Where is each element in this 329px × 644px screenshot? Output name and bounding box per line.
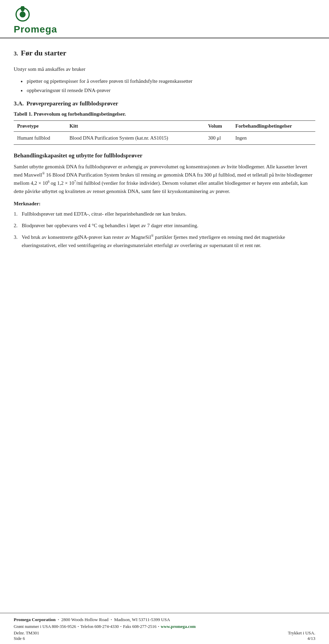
note-item-2: 2. Blodprøver bør oppbevares ved 4 °C og…	[14, 221, 315, 230]
footer-right: Trykket i USA. 4/13	[288, 630, 315, 641]
col-header-kit: Kitt	[66, 121, 205, 132]
col-header-volume: Volum	[205, 121, 232, 132]
cell-kit: Blood DNA Purification System (kat.nr. A…	[66, 132, 205, 145]
footer-printed: Trykket i USA.	[288, 630, 315, 635]
capacity-heading: Behandlingskapasitet og utbytte for full…	[14, 152, 315, 159]
subsection-title: Prøvepreparering av fullblodsprøver	[26, 100, 118, 107]
bullet-list: pipetter og pipettespisser for å overfør…	[21, 77, 315, 94]
footer-bottom: Delnr. TM301 Side 6 Trykket i USA. 4/13	[14, 630, 315, 641]
footer-company: Promega Corporation	[14, 617, 56, 622]
list-item: pipetter og pipettespisser for å overfør…	[21, 77, 315, 85]
footer-website[interactable]: www.promega.com	[161, 624, 196, 629]
footer-city: Madison, WI 53711-5399 USA	[114, 617, 170, 622]
capacity-body: Samlet utbytte genomisk DNA fra fullblod…	[14, 163, 315, 195]
table-row: Humant fullblod Blood DNA Purification S…	[14, 132, 315, 145]
sample-table: Prøvetype Kitt Volum Forbehandlingsbetin…	[14, 120, 315, 145]
footer-page: Side 6	[14, 636, 25, 641]
svg-point-2	[21, 6, 25, 12]
cell-conditions: Ingen	[232, 132, 315, 145]
footer-address: 2800 Woods Hollow Road	[61, 617, 109, 622]
list-item: oppbevaringsrør til rensede DNA-prøver	[21, 87, 315, 94]
col-header-type: Prøvetype	[14, 121, 66, 132]
utstyr-label: Utstyr som må anskaffes av bruker	[14, 65, 315, 73]
footer-line-1: Promega Corporation · 2800 Woods Hollow …	[14, 617, 315, 623]
note-item-1: 1. Fullblodsprøver tatt med EDTA-, citra…	[14, 210, 315, 218]
footer-page-of: 4/13	[307, 636, 315, 641]
notes-list: 1. Fullblodsprøver tatt med EDTA-, citra…	[14, 210, 315, 249]
table-title: Tabell 1. Prøvevolum og forbehandlingsbe…	[14, 111, 315, 117]
notes-label: Merknader:	[14, 199, 315, 208]
footer-left: Delnr. TM301 Side 6	[14, 630, 39, 641]
footer-fax: Faks 608-277-2516	[123, 624, 157, 629]
note-item-3: 3. Ved bruk av konsentrerte gdNA-prøver …	[14, 233, 315, 249]
section-3a: 3.A. Prøvepreparering av fullblodsprøver…	[14, 100, 315, 145]
footer-line-2: Grønt nummer i USA 800-356-9526 · Telefo…	[14, 623, 315, 630]
main-content: 3. Før du starter Utstyr som må anskaffe…	[0, 38, 329, 260]
logo-text: Promega	[14, 25, 57, 34]
section-3: 3. Før du starter Utstyr som må anskaffe…	[14, 49, 315, 94]
svg-point-1	[20, 12, 25, 17]
page-header: Promega	[0, 0, 329, 38]
cell-type: Humant fullblod	[14, 132, 66, 145]
subsection-label: 3.A.	[14, 100, 24, 107]
footer-doc-number: Delnr. TM301	[14, 630, 39, 635]
page-footer: Promega Corporation · 2800 Woods Hollow …	[0, 613, 329, 644]
promega-logo-icon	[14, 6, 32, 24]
table-header-row: Prøvetype Kitt Volum Forbehandlingsbetin…	[14, 121, 315, 132]
footer-green-number: Grønt nummer i USA 800-356-9526	[14, 624, 76, 629]
col-header-conditions: Forbehandlingsbetingelser	[232, 121, 315, 132]
cell-volume: 300 μl	[205, 132, 232, 145]
footer-phone: Telefon 608-274-4330	[80, 624, 119, 629]
section-heading: Før du starter	[21, 49, 66, 57]
capacity-section: Behandlingskapasitet og utbytte for full…	[14, 152, 315, 249]
logo: Promega	[14, 6, 57, 34]
section-number: 3.	[14, 50, 18, 57]
